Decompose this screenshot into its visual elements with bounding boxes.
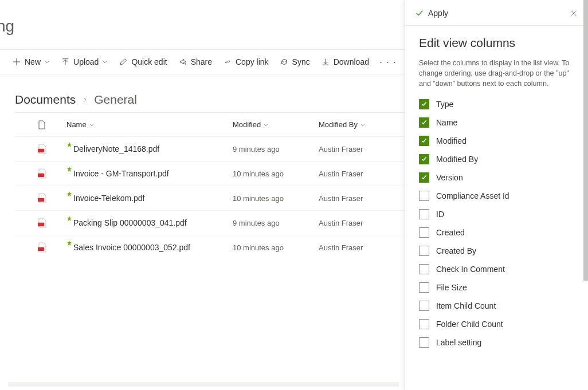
new-indicator-icon [66, 241, 72, 246]
file-name[interactable]: Invoice-Telekom.pdf [66, 194, 233, 203]
column-option[interactable]: Type [419, 99, 574, 109]
file-name[interactable]: Sales Invoice 00000003_052.pdf [66, 243, 233, 252]
edit-columns-panel: Apply Edit view columns Select the colum… [405, 0, 588, 390]
checkbox[interactable] [419, 264, 429, 274]
column-option-label: Created [436, 228, 465, 237]
column-option[interactable]: Version [419, 172, 574, 183]
column-option[interactable]: Check In Comment [419, 264, 574, 274]
checkbox[interactable] [419, 282, 429, 293]
column-option[interactable]: Created By [419, 246, 574, 256]
pdf-file-icon [38, 218, 66, 228]
breadcrumb-root[interactable]: Documents [15, 93, 76, 107]
panel-header: Apply [405, 0, 588, 26]
column-header-modified-by-label: Modified By [319, 120, 358, 129]
new-indicator-icon [66, 191, 72, 197]
new-indicator-icon [66, 142, 72, 148]
column-header-name-label: Name [66, 120, 87, 129]
quick-edit-button[interactable]: Quick edit [115, 53, 171, 71]
checkbox[interactable] [419, 136, 429, 146]
column-option-label: Modified [436, 136, 467, 145]
new-button[interactable]: New [8, 53, 54, 71]
share-button[interactable]: Share [174, 53, 217, 71]
column-option[interactable]: Name [419, 117, 574, 128]
pdf-file-icon [38, 242, 66, 253]
copy-link-label: Copy link [236, 57, 269, 66]
download-button[interactable]: Download [317, 53, 374, 71]
column-option[interactable]: Created [419, 227, 574, 238]
upload-button[interactable]: Upload [57, 53, 112, 71]
file-name[interactable]: DeliveryNote_14168.pdf [66, 144, 233, 153]
column-option-label: Modified By [436, 155, 478, 164]
checkbox[interactable] [419, 319, 429, 329]
column-option-label: Type [436, 100, 453, 109]
modified-by-cell: Austin Fraser [319, 170, 416, 178]
modified-cell: 9 minutes ago [233, 219, 319, 227]
column-option-label: Compliance Asset Id [436, 191, 509, 200]
checkbox[interactable] [419, 227, 429, 238]
file-name-text: Packing Slip 00000003_041.pdf [73, 218, 187, 227]
column-option[interactable]: File Size [419, 282, 574, 293]
column-option-label: ID [436, 210, 444, 219]
checkbox[interactable] [419, 172, 429, 183]
upload-label: Upload [73, 57, 99, 66]
apply-button[interactable]: Apply [415, 9, 448, 18]
checkbox[interactable] [419, 117, 429, 128]
column-option[interactable]: Folder Child Count [419, 319, 574, 329]
checkbox[interactable] [419, 154, 429, 164]
column-option[interactable]: Item Child Count [419, 301, 574, 311]
upload-icon [61, 58, 69, 66]
svg-rect-6 [38, 223, 44, 226]
file-name[interactable]: Packing Slip 00000003_041.pdf [66, 218, 233, 227]
chevron-down-icon [263, 122, 269, 128]
file-name-text: Invoice - GM-Transport.pdf [73, 169, 169, 178]
pencil-icon [119, 58, 127, 66]
column-option[interactable]: ID [419, 209, 574, 219]
checkbox[interactable] [419, 246, 429, 256]
link-icon [224, 58, 232, 66]
svg-rect-0 [38, 149, 44, 152]
checkbox[interactable] [419, 301, 429, 311]
file-name-text: Invoice-Telekom.pdf [73, 194, 145, 203]
sync-icon [280, 58, 288, 66]
checkbox[interactable] [419, 191, 429, 201]
column-header-modified-by[interactable]: Modified By [319, 120, 416, 129]
checkmark-icon [415, 9, 424, 17]
chevron-down-icon [102, 59, 108, 65]
checkbox[interactable] [419, 209, 429, 219]
modified-by-cell: Austin Fraser [319, 219, 416, 227]
file-name[interactable]: Invoice - GM-Transport.pdf [66, 169, 233, 178]
scroll-thumb[interactable] [583, 0, 588, 281]
checkbox[interactable] [419, 99, 429, 109]
column-header-modified[interactable]: Modified [233, 120, 319, 129]
file-name-text: Sales Invoice 00000003_052.pdf [73, 243, 190, 252]
svg-rect-2 [38, 174, 44, 177]
column-option[interactable]: Label setting [419, 337, 574, 348]
column-header-name[interactable]: Name [66, 120, 233, 129]
panel-title: Edit view columns [419, 36, 574, 50]
sync-button[interactable]: Sync [276, 53, 315, 71]
modified-cell: 10 minutes ago [233, 243, 319, 252]
close-button[interactable] [567, 7, 580, 19]
status-bar [8, 382, 399, 387]
sync-label: Sync [292, 57, 310, 66]
download-label: Download [334, 57, 369, 66]
type-column-icon[interactable] [38, 120, 66, 129]
plus-icon [13, 58, 21, 66]
pdf-file-icon [38, 168, 66, 179]
panel-scrollbar[interactable] [583, 0, 588, 390]
column-option[interactable]: Modified [419, 136, 574, 146]
overflow-button[interactable]: · · · [376, 53, 400, 71]
modified-by-cell: Austin Fraser [319, 194, 416, 203]
chevron-down-icon [89, 122, 95, 128]
column-option[interactable]: Compliance Asset Id [419, 191, 574, 201]
copy-link-button[interactable]: Copy link [219, 53, 273, 71]
apply-label: Apply [428, 9, 448, 18]
new-indicator-icon [66, 167, 72, 172]
column-option-label: Label setting [436, 338, 481, 347]
column-option-label: Name [436, 118, 457, 127]
checkbox[interactable] [419, 337, 429, 348]
column-option[interactable]: Modified By [419, 154, 574, 164]
close-icon [570, 9, 578, 17]
modified-cell: 10 minutes ago [233, 194, 319, 203]
column-option-label: Version [436, 173, 463, 182]
